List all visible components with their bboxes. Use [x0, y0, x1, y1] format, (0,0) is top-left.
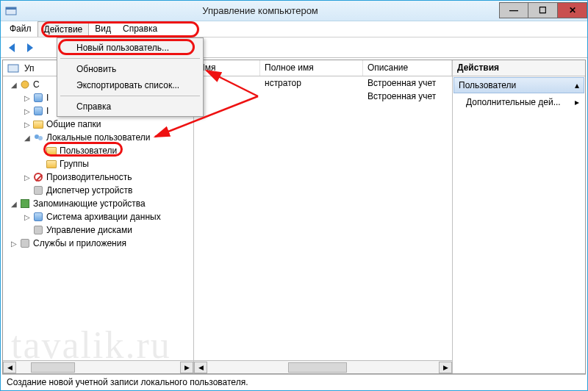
tree-hscroll[interactable]: ◀ ▶	[3, 360, 193, 373]
actions-pane: Действия Пользователи ▴ Дополнительные д…	[453, 60, 585, 373]
performance-icon	[32, 171, 44, 183]
scroll-right-button[interactable]: ▶	[439, 362, 452, 373]
backup-icon	[32, 211, 44, 223]
chevron-right-icon: ▸	[575, 97, 579, 107]
tree-users[interactable]: Пользователи	[3, 144, 193, 157]
window-title: Управление компьютером	[21, 5, 499, 16]
window-controls: — ☐ ✕	[499, 3, 587, 18]
tree-device-mgr[interactable]: Диспетчер устройств	[3, 184, 193, 197]
ctx-export-list[interactable]: Экспортировать список...	[59, 77, 201, 93]
scroll-track[interactable]	[16, 362, 180, 373]
expand-icon[interactable]: ▷	[22, 212, 32, 222]
action-context-menu: Новый пользователь... Обновить Экспортир…	[57, 37, 204, 117]
list-header: Имя Полное имя Описание	[194, 60, 452, 76]
svg-marker-3	[27, 43, 33, 52]
collapse-icon[interactable]: ◢	[9, 79, 19, 90]
titlebar: Управление компьютером — ☐ ✕	[1, 1, 587, 21]
collapse-icon[interactable]: ◢	[9, 198, 19, 209]
menu-help[interactable]: Справка	[117, 21, 163, 37]
services-icon	[19, 237, 31, 249]
users-group-icon	[32, 132, 44, 143]
eventviewer-icon	[32, 105, 44, 117]
maximize-button[interactable]: ☐	[528, 2, 558, 18]
list-pane: Имя Полное имя Описание нстратор Встроен…	[194, 60, 453, 373]
forward-button[interactable]	[23, 40, 37, 55]
collapse-icon: ▴	[575, 80, 579, 90]
svg-point-5	[21, 81, 29, 88]
tree-local-users[interactable]: ◢ Локальные пользователи	[3, 131, 193, 144]
tree-storage[interactable]: ◢ Запоминающие устройства	[3, 197, 193, 210]
tree-performance[interactable]: ▷ Производительность	[3, 171, 193, 184]
col-fullname[interactable]: Полное имя	[260, 60, 363, 76]
tree-backup[interactable]: ▷ Система архивации данных	[3, 210, 193, 223]
menu-view[interactable]: Вид	[89, 21, 117, 37]
folder-icon	[46, 145, 57, 157]
menu-file[interactable]: Файл	[4, 21, 37, 37]
svg-rect-4	[8, 65, 18, 72]
scroll-left-button[interactable]: ◀	[194, 362, 207, 373]
ctx-new-user[interactable]: Новый пользователь...	[59, 40, 201, 56]
expand-icon[interactable]: ▷	[9, 238, 19, 248]
disk-icon	[32, 224, 44, 236]
svg-marker-2	[9, 43, 15, 52]
menubar: Файл Действие Вид Справка	[1, 21, 587, 37]
list-row[interactable]: Встроенная учет	[194, 90, 452, 103]
col-desc[interactable]: Описание	[363, 60, 452, 76]
tree-groups[interactable]: Группы	[3, 157, 193, 171]
device-mgr-icon	[32, 184, 44, 196]
expand-icon[interactable]: ▷	[22, 106, 32, 116]
expand-icon[interactable]: ▷	[22, 172, 32, 182]
back-button[interactable]	[5, 40, 20, 55]
scroll-track[interactable]	[207, 362, 439, 373]
statusbar: Создание новой учетной записи локального…	[2, 374, 586, 389]
menu-separator	[60, 58, 200, 59]
collapse-icon[interactable]: ◢	[22, 132, 32, 143]
folder-icon	[46, 158, 57, 170]
menu-action[interactable]: Действие	[37, 21, 90, 37]
expand-icon[interactable]: ▷	[22, 93, 32, 103]
scheduler-icon	[32, 92, 44, 104]
scroll-thumb[interactable]	[31, 362, 75, 373]
actions-group-header[interactable]: Пользователи ▴	[453, 77, 584, 93]
actions-title: Действия	[453, 60, 585, 76]
menu-separator	[60, 96, 200, 96]
app-window: Управление компьютером — ☐ ✕ Файл Действ…	[0, 0, 588, 391]
scroll-left-button[interactable]: ◀	[3, 362, 16, 373]
status-text: Создание новой учетной записи локального…	[7, 377, 248, 387]
close-button[interactable]: ✕	[558, 2, 587, 18]
app-icon	[5, 5, 17, 17]
ctx-help[interactable]: Справка	[59, 98, 201, 115]
tree-disk-mgmt[interactable]: Управление дисками	[3, 223, 193, 237]
tree-services[interactable]: ▷ Службы и приложения	[3, 237, 193, 250]
svg-point-7	[38, 136, 43, 140]
minimize-button[interactable]: —	[499, 2, 528, 18]
storage-icon	[19, 198, 31, 209]
tools-icon	[19, 79, 31, 90]
col-name[interactable]: Имя	[194, 60, 260, 76]
tree-shared-folders[interactable]: ▷ Общие папки	[3, 118, 193, 131]
list-body[interactable]: нстратор Встроенная учет Встроенная учет	[194, 76, 452, 360]
tree-root-trunc: Уп	[24, 63, 35, 73]
tree-body[interactable]: ◢ С ▷ I ▷ I ▷ Общие папки	[3, 76, 193, 360]
scroll-thumb[interactable]	[288, 362, 347, 373]
list-hscroll[interactable]: ◀ ▶	[194, 360, 452, 373]
scroll-right-button[interactable]: ▶	[180, 362, 193, 373]
expand-icon[interactable]: ▷	[22, 119, 32, 129]
actions-more-link[interactable]: Дополнительные дей... ▸	[453, 94, 585, 110]
list-row[interactable]: нстратор Встроенная учет	[194, 76, 452, 90]
shared-folders-icon	[32, 118, 44, 130]
svg-rect-1	[6, 7, 16, 10]
computer-mgmt-icon	[7, 62, 19, 74]
ctx-refresh[interactable]: Обновить	[59, 61, 201, 77]
